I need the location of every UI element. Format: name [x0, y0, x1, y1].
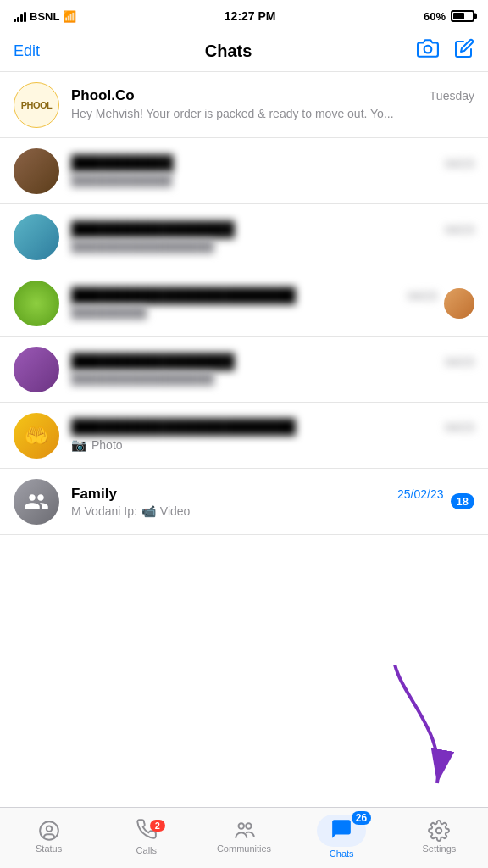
- chat-time-phool: Tuesday: [430, 89, 474, 103]
- tab-status-label: Status: [36, 843, 62, 854]
- chat-name-5: ████████████████: [71, 353, 235, 370]
- chat-time-family: 25/02/23: [397, 487, 444, 501]
- family-badge: 18: [451, 493, 474, 509]
- chat-time-6: 04/23: [445, 420, 474, 434]
- chat-preview-3: █████████████████: [71, 240, 474, 253]
- chat-name-family: Family: [71, 486, 117, 503]
- chat-content-5: ████████████████ 04/23 █████████████████: [71, 353, 474, 386]
- chat-item-6[interactable]: 🤲 ██████████████████████ 04/23 📷 Photo: [0, 403, 488, 469]
- tab-chats-label: Chats: [330, 849, 354, 859]
- chat-content-3: ████████████████ 04/23 █████████████████: [71, 221, 474, 253]
- chat-name-2: ██████████: [71, 155, 173, 172]
- signal-bar-1: [14, 19, 16, 22]
- photo-label: Photo: [92, 438, 123, 452]
- chat-item-5[interactable]: ████████████████ 04/23 █████████████████: [0, 337, 488, 403]
- chat-name-phool: Phool.Co: [71, 87, 135, 104]
- tab-chats[interactable]: 26 Chats: [293, 813, 391, 860]
- chat-content-family: Family 25/02/23 M Vodani Ip: 📹 Video: [71, 486, 444, 518]
- chat-item-phool[interactable]: PHOOL Phool.Co Tuesday Hey Mehvish! Your…: [0, 72, 488, 138]
- chat-preview-family: M Vodani Ip: 📹 Video: [71, 504, 444, 518]
- signal-bars: [14, 10, 26, 22]
- tab-calls[interactable]: 2 Calls: [97, 813, 195, 860]
- tab-calls-label: Calls: [136, 845, 157, 855]
- avatar-family: [14, 479, 59, 525]
- chat-time-5: 04/23: [445, 355, 474, 369]
- chat-item-4[interactable]: ██████████████████████ 04/23 █████████: [0, 270, 488, 337]
- signal-bar-3: [20, 14, 23, 22]
- tab-settings-label: Settings: [423, 843, 457, 854]
- nav-icons: [417, 37, 474, 64]
- tab-communities[interactable]: Communities: [195, 813, 292, 860]
- tab-bar: Status 2 Calls Communities 26: [0, 807, 488, 868]
- chat-header-4: ██████████████████████ 04/23: [71, 287, 437, 304]
- signal-bar-2: [17, 17, 19, 22]
- compose-button[interactable]: [454, 38, 474, 64]
- chat-preview-2: ████████████: [71, 174, 474, 187]
- svg-point-0: [424, 46, 432, 53]
- chat-item-3[interactable]: ████████████████ 04/23 █████████████████: [0, 204, 488, 270]
- settings-icon: [428, 820, 450, 842]
- svg-point-2: [40, 821, 58, 840]
- chat-item-family[interactable]: Family 25/02/23 M Vodani Ip: 📹 Video 18: [0, 469, 488, 535]
- sub-avatar-4: [444, 288, 474, 319]
- calls-badge: 2: [150, 820, 165, 832]
- svg-point-3: [46, 826, 52, 832]
- arrow-overlay: [378, 665, 463, 800]
- nav-bar: Edit Chats: [0, 31, 488, 72]
- chat-content-4: ██████████████████████ 04/23 █████████: [71, 287, 437, 320]
- chat-content-6: ██████████████████████ 04/23 📷 Photo: [71, 419, 474, 453]
- status-bar: BSNL 📶 12:27 PM 60%: [0, 0, 488, 31]
- status-right: 60%: [424, 10, 474, 23]
- chat-preview-4: █████████: [71, 306, 437, 320]
- chat-time-2: 04/23: [445, 157, 474, 170]
- avatar-phool: PHOOL: [14, 82, 59, 128]
- tab-settings[interactable]: Settings: [391, 813, 488, 860]
- chat-preview-phool: Hey Mehvish! Your order is packed & read…: [71, 106, 474, 122]
- chat-header-6: ██████████████████████ 04/23: [71, 419, 474, 436]
- video-text: M Vodani Ip:: [71, 504, 137, 518]
- chat-header-5: ████████████████ 04/23: [71, 353, 474, 370]
- battery-icon: [451, 10, 474, 22]
- chat-name-6: ██████████████████████: [71, 419, 296, 436]
- tab-communities-label: Communities: [217, 843, 271, 854]
- chat-header-phool: Phool.Co Tuesday: [71, 87, 474, 104]
- main-content: PHOOL Phool.Co Tuesday Hey Mehvish! Your…: [0, 72, 488, 596]
- chat-preview-6: 📷 Photo: [71, 437, 474, 453]
- avatar-2: [14, 148, 59, 194]
- battery-percent: 60%: [424, 10, 446, 23]
- tab-status[interactable]: Status: [0, 813, 97, 860]
- page-title: Chats: [205, 42, 252, 61]
- status-left: BSNL 📶: [14, 10, 76, 23]
- chat-item-2[interactable]: ██████████ 04/23 ████████████: [0, 138, 488, 204]
- svg-point-5: [246, 823, 252, 829]
- avatar-3: [14, 214, 59, 260]
- chat-list: PHOOL Phool.Co Tuesday Hey Mehvish! Your…: [0, 72, 488, 535]
- battery-tip: [474, 14, 477, 19]
- chats-icon: [330, 818, 352, 840]
- signal-bar-4: [24, 12, 26, 22]
- status-icon: [38, 820, 60, 842]
- camera-glyph-6: 📷: [71, 437, 87, 453]
- video-label: Video: [160, 504, 191, 518]
- chat-header-3: ████████████████ 04/23: [71, 221, 474, 238]
- svg-point-4: [239, 823, 245, 829]
- chat-content-phool: Phool.Co Tuesday Hey Mehvish! Your order…: [71, 87, 474, 122]
- chat-content-2: ██████████ 04/23 ████████████: [71, 155, 474, 187]
- communities-icon: [233, 820, 255, 842]
- avatar-6: 🤲: [14, 413, 59, 459]
- avatar-4: [14, 281, 59, 326]
- wifi-icon: 📶: [63, 10, 76, 23]
- chat-name-4: ██████████████████████: [71, 287, 296, 304]
- edit-button[interactable]: Edit: [14, 42, 40, 60]
- chat-time-3: 04/23: [445, 223, 474, 236]
- chat-preview-5: █████████████████: [71, 372, 474, 386]
- chat-header-family: Family 25/02/23: [71, 486, 444, 503]
- carrier-label: BSNL: [30, 10, 59, 23]
- chats-badge: 26: [352, 811, 371, 825]
- chat-name-3: ████████████████: [71, 221, 235, 238]
- chat-header-2: ██████████ 04/23: [71, 155, 474, 172]
- video-icon: 📹: [141, 504, 156, 518]
- svg-point-6: [436, 827, 442, 833]
- camera-button[interactable]: [417, 37, 439, 64]
- status-time: 12:27 PM: [225, 9, 276, 23]
